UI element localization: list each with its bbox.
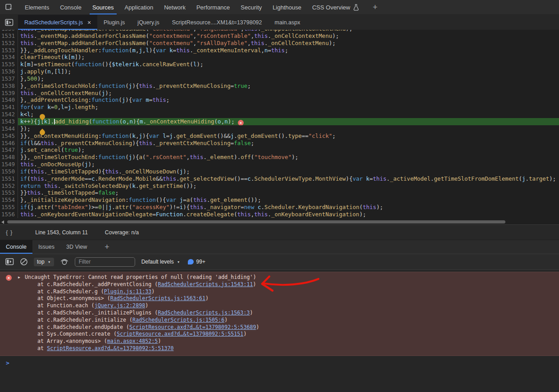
expand-stack-icon[interactable]: ▶ <box>18 275 20 279</box>
code-text[interactable]: k[m]=setTimeout(function(){$telerik.canc… <box>18 61 559 68</box>
line-number[interactable]: 1545 <box>0 132 15 140</box>
code-text[interactable]: j.set_cancel(true); <box>18 146 559 154</box>
drawer-tab-issues[interactable]: Issues <box>32 240 60 254</box>
panel-tab-security[interactable]: Security <box>235 0 267 14</box>
code-text[interactable]: }); <box>18 125 559 132</box>
code-text[interactable]: }}this._timeSlotTapped=false; <box>18 189 559 196</box>
source-link[interactable]: Plugin.js:11:33 <box>104 288 152 295</box>
source-link[interactable]: ScriptResource.axd?d…&t=13798092:5:53689 <box>129 324 256 330</box>
drawer-tab-3d-view[interactable]: 3D View <box>60 240 93 254</box>
code-text[interactable]: j.apply(n,[l]); <box>18 68 559 75</box>
pretty-print-button[interactable]: { } <box>6 229 13 236</box>
panel-tab-performance[interactable]: Performance <box>191 0 235 14</box>
scroll-left-icon[interactable] <box>1 220 4 224</box>
panel-tab-elements[interactable]: Elements <box>19 0 55 14</box>
source-link[interactable]: ScriptResource.axd?d…&t=13798092:5:55151 <box>117 331 243 337</box>
source-link[interactable]: RadSchedulerScripts.js:1505:6 <box>132 317 224 323</box>
close-icon[interactable]: × <box>87 19 91 26</box>
file-tab-plugin-js[interactable]: Plugin.js <box>97 15 131 30</box>
line-number[interactable]: 1548 <box>0 154 15 161</box>
line-number[interactable]: 1539 <box>0 90 15 97</box>
panel-tab-application[interactable]: Application <box>119 0 159 14</box>
more-tools-button[interactable]: + <box>373 3 377 11</box>
code-text[interactable]: if(this._renderMode==c.RenderMode.Mobile… <box>18 175 559 182</box>
inline-error-icon[interactable]: × <box>238 120 244 125</box>
code-text[interactable]: this._onKeyboardEventNavigationDelegate=… <box>18 211 559 218</box>
code-text[interactable]: for(var k=0,l=j.length; <box>18 104 559 111</box>
code-line-1541: 1541for(var k=0,l=j.length; <box>0 104 559 111</box>
line-number[interactable]: 1555 <box>0 204 15 211</box>
stack-frame-text: at Array.<anonymous> ( <box>37 338 107 344</box>
inspect-element-icon[interactable] <box>5 3 14 12</box>
code-text[interactable]: k<l; <box>18 111 559 118</box>
line-number[interactable]: 1534 <box>0 54 15 61</box>
line-number[interactable]: 1531 <box>0 32 15 40</box>
line-number[interactable]: 1552 <box>0 182 15 190</box>
javascript-context-selector[interactable]: top ▼ <box>34 258 54 266</box>
code-text[interactable]: this._onDocMouseUp(j); <box>18 161 559 168</box>
console-filter-input[interactable] <box>75 257 135 267</box>
line-number[interactable]: 1546 <box>0 140 15 147</box>
source-link[interactable]: main.aspx:4852:5 <box>107 338 158 344</box>
console-sidebar-toggle-icon[interactable] <box>5 258 14 265</box>
code-text[interactable]: }},_onTimeSlotTouchEnd:function(j){a(".r… <box>18 154 559 161</box>
line-number[interactable]: 1535 <box>0 61 15 68</box>
file-tab-scriptresource-xm1-t-13798092[interactable]: ScriptResource....XM1&t=13798092 <box>166 15 268 30</box>
code-text[interactable]: this._eventMap.addHandlerForClassName("c… <box>18 32 559 40</box>
live-expression-icon[interactable] <box>60 258 69 265</box>
line-number[interactable]: 1542 <box>0 111 15 118</box>
source-link[interactable]: jQuery.js:2:2898 <box>95 302 145 309</box>
panel-tab-console[interactable]: Console <box>55 0 87 14</box>
file-tab-main-aspx[interactable]: main.aspx <box>268 15 307 30</box>
line-number[interactable]: 1533 <box>0 47 15 54</box>
code-text[interactable]: }},_addLongTouchHandler:function(m,j,l){… <box>18 47 559 54</box>
code-text[interactable]: return this._switchToSelectedDay(k.get_s… <box>18 182 559 190</box>
code-text[interactable]: this._onCellContextMenu(j); <box>18 90 559 97</box>
line-number[interactable]: 1549 <box>0 161 15 168</box>
code-text[interactable]: k++){j[k].add_hiding(function(o,n){m._on… <box>18 118 559 125</box>
file-tab-radschedulerscripts-js[interactable]: RadSchedulerScripts.js× <box>18 15 97 30</box>
line-number[interactable]: 1554 <box>0 196 15 204</box>
code-text[interactable]: },500); <box>18 75 559 82</box>
line-number[interactable]: 1543 <box>0 118 15 125</box>
horizontal-scrollbar[interactable] <box>0 219 559 224</box>
line-number[interactable]: 1550 <box>0 168 15 175</box>
panel-tab-css-overview[interactable]: CSS Overview <box>307 0 365 14</box>
line-number[interactable]: 1553 <box>0 189 15 196</box>
code-text[interactable]: },_onTimeSlotTouchHold:function(j){this.… <box>18 82 559 90</box>
line-number[interactable]: 1551 <box>0 175 15 182</box>
issues-counter[interactable]: 99+ <box>188 259 205 265</box>
line-number[interactable]: 1547 <box>0 146 15 154</box>
clear-console-icon[interactable] <box>20 258 28 266</box>
line-number[interactable]: 1537 <box>0 75 15 82</box>
line-number[interactable]: 1544 <box>0 125 15 132</box>
drawer-tab-console[interactable]: Console <box>0 240 32 254</box>
panel-tab-network[interactable]: Network <box>159 0 191 14</box>
code-text[interactable]: if(this._timeSlotTapped){this._onCellMou… <box>18 168 559 175</box>
line-number[interactable]: 1538 <box>0 82 15 90</box>
panel-tab-sources[interactable]: Sources <box>87 0 119 14</box>
line-number[interactable]: 1540 <box>0 96 15 104</box>
line-number[interactable]: 1532 <box>0 40 15 47</box>
code-text[interactable]: }},_onContextMenuHiding:function(k,j){va… <box>18 132 559 140</box>
code-text[interactable]: },_initializeKeyboardNavigation:function… <box>18 196 559 204</box>
source-link[interactable]: RadSchedulerScripts.js:1563:3 <box>158 310 250 316</box>
code-text[interactable]: clearTimeout(k[m]); <box>18 54 559 61</box>
log-levels-dropdown[interactable]: Default levels ▼ <box>141 259 180 265</box>
navigator-toggle-icon[interactable] <box>5 19 14 26</box>
console-prompt[interactable]: > <box>0 358 559 367</box>
source-link[interactable]: RadSchedulerScripts.js:1563:61 <box>110 295 205 301</box>
code-text[interactable]: },_addPreventClosing:function(j){var m=t… <box>18 96 559 104</box>
code-text[interactable]: this._eventMap.addHandlerForClassName("c… <box>18 40 559 47</box>
file-tab-jquery-js[interactable]: jQuery.js <box>131 15 165 30</box>
source-link[interactable]: RadSchedulerScripts.js:1543:11 <box>158 281 253 287</box>
add-drawer-tab-button[interactable]: + <box>105 243 109 251</box>
panel-tab-lighthouse[interactable]: Lighthouse <box>267 0 307 14</box>
line-number[interactable]: 1556 <box>0 211 15 218</box>
scrollbar-thumb[interactable] <box>7 220 505 223</box>
line-number[interactable]: 1541 <box>0 104 15 111</box>
line-number[interactable]: 1536 <box>0 68 15 75</box>
code-text[interactable]: if(j.attr("tabIndex")>=0||j.attr("access… <box>18 204 559 211</box>
code-text[interactable]: if(l&&this._preventCtxMenuClosing){this.… <box>18 140 559 147</box>
source-link[interactable]: ScriptResource.axd?d…&t=13798092:5:51370 <box>47 345 173 351</box>
